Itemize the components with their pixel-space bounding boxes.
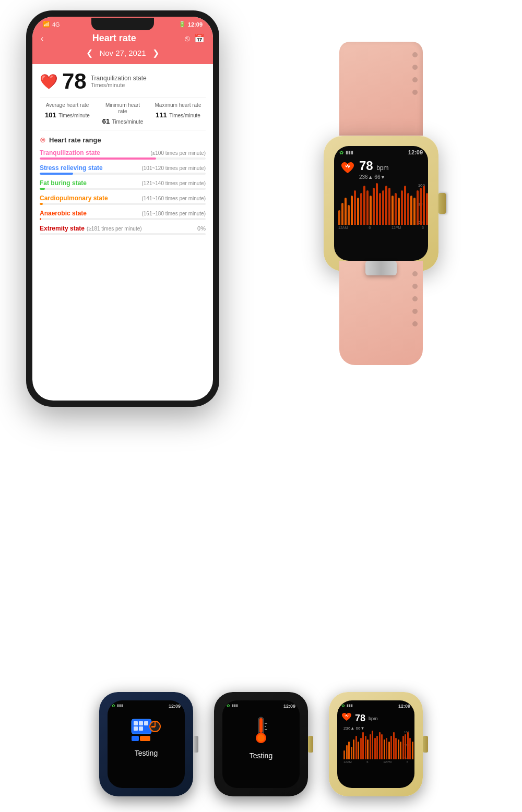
chart-bar: [426, 193, 428, 225]
chart-bar: [366, 190, 369, 225]
sw-chart-bar: [379, 732, 381, 759]
sw-status-3: ✿ ▮▮▮ 12:09: [337, 700, 414, 710]
sw-hr-row: 78 bpm: [341, 712, 410, 725]
stat-avg-value: 101 Times/minute: [40, 110, 95, 119]
ws-hr-unit: bpm: [376, 164, 388, 172]
svg-rect-4: [139, 726, 143, 731]
stat-avg: Average heart rate 101 Times/minute: [40, 102, 95, 126]
sw-screen-2: ✿ ▮▮▮ 12:09: [222, 700, 300, 788]
time-label-12pm: 12PM: [392, 226, 401, 229]
sw-screen-3: ✿ ▮▮▮ 12:09 78 bpm: [337, 700, 414, 788]
sw-time-12pm: 12PM: [383, 760, 392, 763]
range-item-3: Fat buring state (121~140 times per minu…: [40, 179, 206, 190]
date-row: ❮ Nov 27, 2021 ❯: [41, 48, 205, 58]
battery-icon: 🔋: [179, 21, 186, 28]
range-icon: ⊜: [40, 136, 46, 144]
stat-max-label: Maximum heart rate: [150, 102, 206, 108]
ws-chart-bars: [338, 183, 424, 225]
watch-body: ✿ ▮▮▮ 12:09 78: [324, 136, 438, 271]
page-title: Heart rate: [43, 33, 185, 44]
chart-bar: [351, 196, 353, 225]
chart-bar: [370, 196, 372, 225]
hr-summary: ❤️ 78 Tranquilization state Times/minute: [40, 70, 206, 92]
svg-rect-1: [134, 721, 138, 725]
hr-current-value: 78: [62, 70, 87, 92]
bottom-section: ✿ ▮▮▮ 12:09: [0, 692, 522, 796]
chart-bar: [413, 198, 416, 225]
sw-crown-3: [423, 736, 428, 753]
range-name-6: Extremity state: [40, 225, 85, 232]
range-name-5: Anaerobic state: [40, 210, 87, 217]
status-left: 📶 4G: [43, 21, 60, 28]
sw-chart-bar: [367, 740, 369, 759]
range-name-1: Tranquilization state: [40, 149, 100, 156]
sw-crown-2: [308, 736, 313, 753]
chart-bar: [388, 188, 390, 225]
sw-wifi-3: ✿: [341, 704, 345, 709]
watch-hr-display: ✿ ▮▮▮ 12:09 78 bpm: [329, 692, 423, 796]
band-hole: [412, 309, 418, 314]
watch-clasp: [365, 261, 397, 275]
range-bar-bg-3: [40, 188, 206, 190]
sw-chart-bar: [353, 740, 354, 759]
sw-chart-bar: [384, 740, 385, 759]
ws-hr-info: 78 bpm 236▲ 66▼: [359, 159, 389, 180]
range-bar-fill-3: [40, 188, 45, 190]
phone-outer: 📶 4G 🔋 12:09 ‹ Heart rate ⎋ 📅: [26, 10, 219, 407]
range-title: Heart rate range: [49, 136, 101, 144]
sw-content-2: Testing: [222, 710, 300, 762]
stat-avg-label: Average heart rate: [40, 102, 95, 108]
sw-chart-bar: [398, 740, 399, 759]
sw-bp-icon: [130, 715, 162, 746]
share-icon[interactable]: ⎋: [185, 34, 190, 43]
range-bar-fill-1: [40, 157, 156, 160]
sw-chart-bar: [395, 738, 397, 759]
range-desc-1: (≤100 times per minute): [150, 150, 206, 156]
sw-body-3: ✿ ▮▮▮ 12:09 78 bpm: [329, 692, 423, 796]
ws-battery-icon: ▮▮▮: [346, 150, 353, 155]
chart-bar: [354, 190, 356, 225]
svg-rect-9: [132, 736, 139, 741]
range-name-4: Cardiopulmonary state: [40, 195, 108, 202]
watch-crown: [438, 193, 446, 214]
watch-testing-temp: ✿ ▮▮▮ 12:09: [214, 692, 308, 796]
sw-chart-bar: [365, 736, 366, 759]
sw-status-1: ✿ ▮▮▮ 12:09: [108, 700, 185, 710]
chart-bar: [385, 186, 387, 225]
ws-status-bar: ✿ ▮▮▮ 12:09: [334, 146, 428, 156]
sw-chart-bar: [402, 736, 404, 759]
chart-bar: [398, 198, 400, 225]
sw-time-3: 12:09: [398, 704, 410, 709]
sw-time-2: 12:09: [283, 704, 295, 709]
prev-date-button[interactable]: ❮: [86, 48, 93, 58]
sw-body-2: ✿ ▮▮▮ 12:09: [214, 692, 308, 796]
sw-chart-bar: [351, 747, 352, 759]
chart-bar: [376, 183, 378, 225]
range-desc-5: (161~180 times per minute): [141, 211, 206, 216]
ws-hr-section: 78 bpm 236▲ 66▼: [334, 156, 428, 182]
band-hole: [412, 52, 418, 57]
watch-clasp-wrapper: [339, 261, 423, 275]
stat-min: Minimum heartrate 61 Times/minute: [95, 102, 150, 126]
hr-state: Tranquilization state: [91, 75, 147, 82]
hr-unit: Times/minute: [91, 82, 147, 88]
chart-bar: [410, 196, 412, 225]
phone-content: ❤️ 78 Tranquilization state Times/minute…: [32, 64, 213, 246]
time-label-6: 6: [369, 226, 371, 229]
sw-chart-bar: [381, 734, 383, 759]
stat-min-label: Minimum heartrate: [95, 102, 150, 115]
chart-bar: [404, 186, 406, 225]
sw-time-6a: 6: [366, 760, 368, 763]
band-hole: [412, 271, 418, 276]
main-watch: ✿ ▮▮▮ 12:09 78: [271, 42, 491, 407]
sw-body-1: ✿ ▮▮▮ 12:09: [99, 692, 193, 796]
sw-chart-bar: [393, 732, 395, 759]
time-label-12am: 12AM: [338, 226, 348, 229]
sw-time-1: 12:09: [169, 704, 181, 709]
sw-chart-bar: [355, 736, 357, 759]
sw-chart-bar: [348, 742, 350, 759]
calendar-icon[interactable]: 📅: [194, 33, 205, 43]
watch-screen: ✿ ▮▮▮ 12:09 78: [334, 146, 428, 261]
range-item-5: Anaerobic state (161~180 times per minut…: [40, 210, 206, 220]
next-date-button[interactable]: ❯: [152, 48, 159, 58]
